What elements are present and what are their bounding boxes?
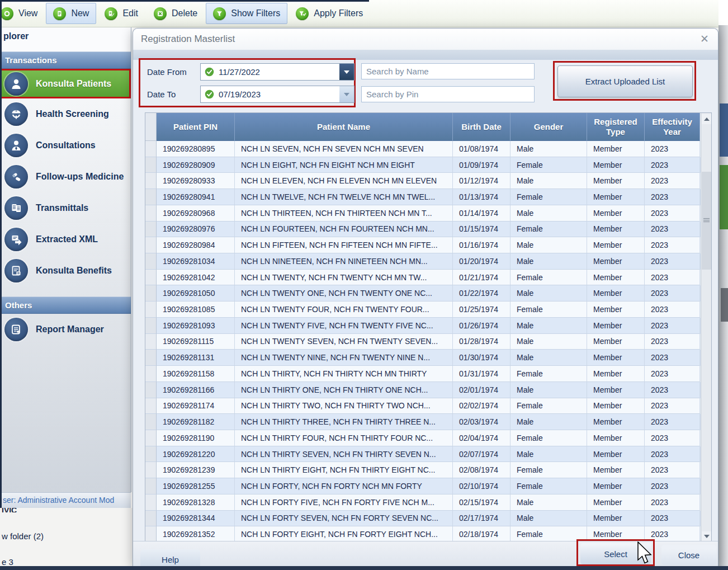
toolbar-button-edit[interactable]: Edit (97, 3, 145, 24)
table-row[interactable]: 190269281093NCH LN TWENTY FIVE, NCH FN T… (145, 318, 711, 334)
cell-patient-pin: 190269281115 (157, 334, 235, 350)
row-selector[interactable] (145, 462, 157, 478)
row-selector[interactable] (145, 205, 157, 222)
section-header-transactions[interactable]: Transactions (0, 51, 131, 69)
table-row[interactable]: 190269281131NCH LN TWENTY NINE, NCH FN T… (145, 350, 711, 366)
table-row[interactable]: 190269281115NCH LN TWENTY SEVEN, NCH FN … (145, 334, 711, 350)
desktop-folder-label[interactable]: w folder (2) (2, 531, 44, 541)
column-header-patient-name[interactable]: Patient Name (235, 113, 453, 141)
toolbar-button-delete[interactable]: Delete (146, 3, 205, 24)
row-selector[interactable] (145, 285, 157, 302)
vertical-scrollbar[interactable] (701, 113, 711, 543)
toolbar-button-view[interactable]: View (0, 3, 45, 24)
column-header-gender[interactable]: Gender (510, 113, 587, 141)
cell-registered-type: Member (587, 222, 645, 238)
desktop-fragment-label[interactable]: e 3 (2, 557, 13, 567)
sidebar-item-report-manager[interactable]: Report Manager (0, 314, 131, 345)
row-selector[interactable] (145, 430, 157, 446)
toolbar-button-apply-filters[interactable]: Apply Filters (289, 3, 370, 24)
row-selector[interactable] (145, 253, 157, 270)
table-row[interactable]: 190269280968NCH LN THIRTEEN, NCH FN THIR… (145, 205, 711, 222)
row-selector[interactable] (145, 189, 157, 205)
cell-patient-pin: 190269281190 (157, 430, 235, 446)
row-selector[interactable] (145, 222, 157, 238)
table-row[interactable]: 190269280909NCH LN EIGHT, NCH FN EIGHT N… (145, 157, 711, 173)
row-selector[interactable] (145, 350, 157, 366)
row-selector[interactable] (145, 318, 157, 334)
close-icon[interactable]: ✕ (699, 34, 710, 45)
extract-uploaded-list-button[interactable]: Extract Uploaded List (557, 65, 693, 97)
column-header-birth-date[interactable]: Birth Date (453, 113, 510, 141)
cell-effectivity-year: 2023 (645, 237, 700, 253)
date-from-picker[interactable]: 11/27/2022 (200, 63, 354, 81)
row-selector[interactable] (145, 366, 157, 382)
sidebar-item-extracted-xml[interactable]: Extracted XML (0, 224, 131, 255)
cell-birth-date: 01/09/1974 (453, 157, 510, 173)
table-row[interactable]: 190269281328NCH LN FORTY FIVE, NCH FN FO… (145, 494, 711, 511)
cell-birth-date: 02/18/1974 (453, 526, 510, 543)
chevron-down-icon[interactable] (339, 64, 354, 80)
sidebar-item-konsulta-patients[interactable]: Konsulta Patients (0, 69, 131, 98)
view-icon (1, 7, 13, 20)
table-row[interactable]: 190269281174NCH LN THIRTY TWO, NCH FN TH… (145, 398, 711, 414)
search-by-pin-input[interactable] (361, 86, 535, 102)
column-header-effectivity-year[interactable]: Effectivity Year (645, 113, 700, 141)
row-selector[interactable] (145, 526, 157, 543)
cell-patient-name: NCH LN THIRTY TWO, NCH FN THIRTY TWO NCH… (235, 398, 453, 414)
toolbar-button-new[interactable]: New (46, 3, 96, 24)
column-header-registered-type[interactable]: Registered Type (587, 113, 645, 141)
table-row[interactable]: 190269281220NCH LN THIRTY SEVEN, NCH FN … (145, 446, 711, 463)
sidebar-item-label: Transmittals (36, 203, 88, 213)
dialog-title-bar[interactable]: Registration Masterlist ✕ (133, 29, 718, 50)
row-selector[interactable] (145, 270, 157, 286)
table-row[interactable]: 190269280933NCH LN ELEVEN, NCH FN ELEVEN… (145, 173, 711, 189)
table-row[interactable]: 190269281085NCH LN TWENTY FOUR, NCH FN T… (145, 302, 711, 318)
table-row[interactable]: 190269280976NCH LN FOURTEEN, NCH FN FOUR… (145, 222, 711, 238)
row-selector[interactable] (145, 141, 157, 157)
table-row[interactable]: 190269281255NCH LN FORTY, NCH FN FORTY N… (145, 478, 711, 494)
row-selector[interactable] (145, 157, 157, 173)
status-bar: ser: Administrative Account Mod (0, 492, 131, 508)
sidebar-item-transmittals[interactable]: Transmittals (0, 192, 131, 224)
column-header-patient-pin[interactable]: Patient PIN (157, 113, 235, 141)
search-by-name-input[interactable] (361, 63, 535, 79)
table-row[interactable]: 190269280984NCH LN FIFTEEN, NCH FN FIFTE… (145, 237, 711, 253)
table-row[interactable]: 190269281239NCH LN THIRTY EIGHT, NCH FN … (145, 462, 711, 478)
row-selector[interactable] (145, 511, 157, 527)
sidebar-item-konsulta-benefits[interactable]: Konsulta Benefits (0, 255, 131, 286)
row-selector[interactable] (145, 398, 157, 414)
sidebar-item-consultations[interactable]: Consultations (0, 130, 131, 161)
section-header-others[interactable]: Others (0, 296, 131, 314)
scroll-up-icon[interactable] (702, 114, 711, 124)
table-row[interactable]: 190269281166NCH LN THIRTY ONE, NCH FN TH… (145, 382, 711, 398)
row-selector[interactable] (145, 478, 157, 494)
sidebar-item-follow-ups-medicine[interactable]: Follow-ups Medicine (0, 161, 131, 192)
row-selector[interactable] (145, 334, 157, 350)
close-button[interactable]: Close (661, 545, 716, 565)
sidebar-item-health-screening[interactable]: Health Screening (0, 98, 131, 130)
scroll-down-icon[interactable] (702, 531, 711, 541)
row-selector[interactable] (145, 382, 157, 398)
table-row[interactable]: 190269281034NCH LN NINETEEN, NCH FN NINE… (145, 253, 711, 270)
cell-registered-type: Member (587, 237, 645, 253)
table-row[interactable]: 190269281042NCH LN TWENTY, NCH FN TWENTY… (145, 270, 711, 286)
date-to-picker[interactable]: 07/19/2023 (200, 86, 354, 103)
scrollbar-thumb[interactable] (702, 172, 711, 270)
table-row[interactable]: 190269280941NCH LN TWELVE, NCH FN TWELVE… (145, 189, 711, 205)
table-row[interactable]: 190269281344NCH LN FORTY SEVEN, NCH FN F… (145, 511, 711, 527)
cell-gender: Female (510, 270, 587, 286)
table-row[interactable]: 190269281158NCH LN THIRTY, NCH FN THIRTY… (145, 366, 711, 382)
row-selector[interactable] (145, 237, 157, 253)
chevron-down-icon[interactable] (339, 86, 354, 102)
table-row[interactable]: 190269281182NCH LN THIRTY THREE, NCH FN … (145, 414, 711, 430)
row-selector[interactable] (145, 494, 157, 511)
row-selector[interactable] (145, 173, 157, 189)
row-selector[interactable] (145, 446, 157, 463)
toolbar-button-show-filters[interactable]: Show Filters (206, 3, 287, 24)
report-manager-icon (4, 318, 28, 341)
table-row[interactable]: 190269281050NCH LN TWENTY ONE, NCH FN TW… (145, 285, 711, 302)
row-selector[interactable] (145, 302, 157, 318)
table-row[interactable]: 190269280895NCH LN SEVEN, NCH FN SEVEN N… (145, 141, 711, 157)
table-row[interactable]: 190269281190NCH LN THIRTY FOUR, NCH FN T… (145, 430, 711, 446)
row-selector[interactable] (145, 414, 157, 430)
